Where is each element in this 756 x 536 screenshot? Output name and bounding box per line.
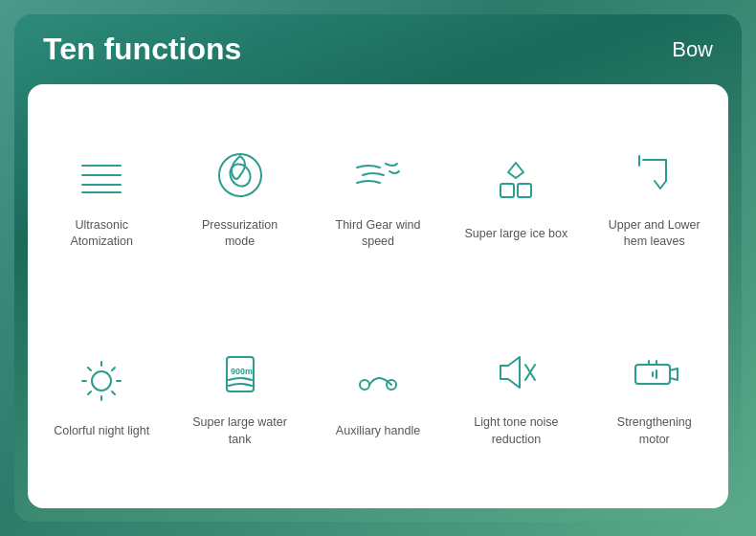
motor-label: Strengthening motor [602,414,707,448]
svg-point-8 [92,371,111,391]
functions-grid: Ultrasonic Atomization Pressurization mo… [37,103,719,489]
upper-lower-icon [624,145,685,206]
ultrasonic-label: Ultrasonic Atomization [49,217,154,251]
third-gear-label: Third Gear wind speed [325,217,431,251]
third-gear-icon [347,145,409,206]
function-item-water-tank[interactable]: 900ml Super large water tank [175,302,303,490]
water-tank-icon: 900ml [210,342,271,403]
super-ice-icon [485,153,546,214]
function-item-upper-lower[interactable]: Upper and Lower hem leaves [590,103,719,292]
function-item-ultrasonic[interactable]: Ultrasonic Atomization [37,103,166,292]
app-container: Ten functions Bow Ultrasonic Atomization [14,14,742,522]
function-item-aux-handle[interactable]: Auxiliary handle [314,302,442,490]
night-light-icon [71,350,132,412]
water-tank-label: Super large water tank [188,414,293,448]
svg-line-15 [112,368,115,370]
function-item-motor[interactable]: Strengthening motor [590,302,719,490]
svg-line-14 [112,391,115,394]
pressurization-icon [210,145,271,206]
svg-line-13 [88,368,91,370]
upper-lower-label: Upper and Lower hem leaves [602,217,707,251]
main-card: Ultrasonic Atomization Pressurization mo… [28,84,728,508]
function-item-noise[interactable]: Light tone noise reduction [452,302,580,490]
svg-line-16 [88,391,91,394]
night-light-label: Colorful night light [54,423,149,440]
page-title: Ten functions [43,32,241,67]
noise-label: Light tone noise reduction [463,414,568,448]
svg-text:900ml: 900ml [231,367,256,376]
function-item-super-ice[interactable]: Super large ice box [452,103,580,292]
svg-rect-6 [500,184,514,197]
svg-rect-7 [518,184,531,197]
header: Ten functions Bow [14,14,742,84]
function-item-night-light[interactable]: Colorful night light [37,302,166,490]
function-item-pressurization[interactable]: Pressurization mode [175,103,303,292]
aux-handle-icon [347,350,409,412]
noise-icon [485,342,546,403]
function-item-third-gear[interactable]: Third Gear wind speed [314,103,442,292]
header-right: Bow [672,37,713,62]
pressurization-label: Pressurization mode [188,217,293,251]
super-ice-label: Super large ice box [465,226,568,243]
aux-handle-label: Auxiliary handle [336,423,420,440]
svg-point-19 [360,380,369,390]
ultrasonic-icon [71,145,132,206]
motor-icon [624,342,685,403]
